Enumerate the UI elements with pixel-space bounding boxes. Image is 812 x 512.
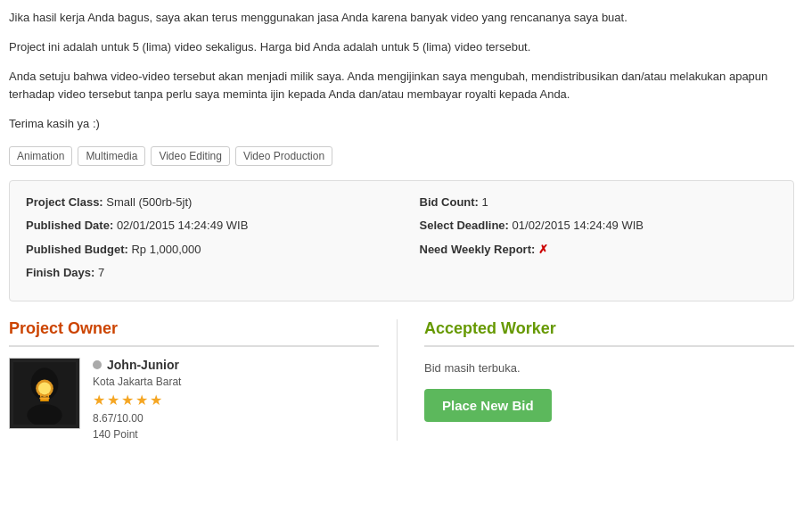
published-date-value: 02/01/2015 14:24:49 WIB bbox=[117, 219, 248, 232]
tag-video-production: Video Production bbox=[235, 146, 332, 166]
info-col-right: Bid Count: 1 Select Deadline: 01/02/2015… bbox=[420, 194, 778, 288]
avatar bbox=[9, 358, 80, 429]
sections-row: Project Owner bbox=[9, 319, 794, 441]
tag-multimedia: Multimedia bbox=[78, 146, 145, 166]
budget-value: Rp 1,000,000 bbox=[131, 243, 201, 256]
stars-row: ★ ★ ★ ★ ★ bbox=[93, 392, 181, 409]
owner-name[interactable]: John-Junior bbox=[107, 358, 179, 372]
bid-count-label: Bid Count: bbox=[420, 195, 479, 209]
owner-card: John-Junior Kota Jakarta Barat ★ ★ ★ ★ ★… bbox=[9, 358, 379, 441]
section-accepted-worker: Accepted Worker Bid masih terbuka. Place… bbox=[398, 319, 794, 441]
place-bid-button[interactable]: Place New Bid bbox=[424, 389, 552, 422]
finish-days-row: Finish Days: 7 bbox=[26, 264, 384, 282]
bid-count-row: Bid Count: 1 bbox=[420, 194, 778, 211]
star-3: ★ bbox=[121, 392, 134, 409]
finish-days-label: Finish Days: bbox=[26, 266, 94, 279]
svg-point-3 bbox=[38, 382, 51, 394]
project-owner-title: Project Owner bbox=[9, 319, 379, 347]
svg-rect-6 bbox=[39, 397, 49, 400]
weekly-report-label: Need Weekly Report: bbox=[420, 243, 536, 256]
owner-city: Kota Jakarta Barat bbox=[93, 376, 181, 388]
published-date-label: Published Date: bbox=[26, 219, 113, 232]
star-half: ★ bbox=[150, 392, 162, 409]
accepted-worker-title: Accepted Worker bbox=[424, 319, 794, 347]
description-para2: Project ini adalah untuk 5 (lima) video … bbox=[9, 38, 794, 57]
owner-name-row: John-Junior bbox=[93, 358, 181, 372]
accepted-content: Bid masih terbuka. Place New Bid bbox=[424, 358, 794, 422]
avatar-image bbox=[13, 362, 76, 425]
finish-days-value: 7 bbox=[98, 266, 104, 279]
tags-row: Animation Multimedia Video Editing Video… bbox=[9, 146, 794, 166]
tag-video-editing: Video Editing bbox=[151, 146, 230, 166]
budget-row: Published Budget: Rp 1,000,000 bbox=[26, 241, 384, 259]
weekly-report-row: Need Weekly Report: ✗ bbox=[420, 241, 778, 259]
description-para4: Terima kasih ya :) bbox=[9, 115, 794, 134]
published-date-row: Published Date: 02/01/2015 14:24:49 WIB bbox=[26, 217, 384, 235]
project-class-value: Small (500rb-5jt) bbox=[106, 195, 192, 209]
section-project-owner: Project Owner bbox=[9, 319, 398, 441]
deadline-row: Select Deadline: 01/02/2015 14:24:49 WIB bbox=[420, 217, 778, 235]
status-dot bbox=[93, 360, 102, 369]
weekly-report-value: ✗ bbox=[538, 243, 548, 256]
description-para3: Anda setuju bahwa video-video tersebut a… bbox=[9, 68, 794, 105]
description-para1: Jika hasil kerja Anda bagus, saya akan t… bbox=[9, 9, 794, 28]
project-info-box: Project Class: Small (500rb-5jt) Publish… bbox=[9, 180, 794, 301]
star-1: ★ bbox=[93, 392, 105, 409]
bid-open-text: Bid masih terbuka. bbox=[424, 361, 794, 375]
project-class-label: Project Class: bbox=[26, 195, 103, 209]
bid-count-value: 1 bbox=[482, 195, 488, 209]
owner-score: 8.67/10.00 bbox=[93, 412, 181, 425]
project-class-row: Project Class: Small (500rb-5jt) bbox=[26, 194, 384, 211]
budget-label: Published Budget: bbox=[26, 243, 128, 256]
star-2: ★ bbox=[107, 392, 119, 409]
svg-rect-7 bbox=[40, 400, 49, 401]
deadline-value: 01/02/2015 14:24:49 WIB bbox=[513, 219, 644, 232]
owner-info: John-Junior Kota Jakarta Barat ★ ★ ★ ★ ★… bbox=[93, 358, 181, 441]
owner-points: 140 Point bbox=[93, 428, 181, 441]
info-col-left: Project Class: Small (500rb-5jt) Publish… bbox=[26, 194, 384, 288]
deadline-label: Select Deadline: bbox=[420, 219, 509, 232]
main-content: Jika hasil kerja Anda bagus, saya akan t… bbox=[0, 0, 812, 450]
star-4: ★ bbox=[135, 392, 148, 409]
tag-animation: Animation bbox=[9, 146, 72, 166]
